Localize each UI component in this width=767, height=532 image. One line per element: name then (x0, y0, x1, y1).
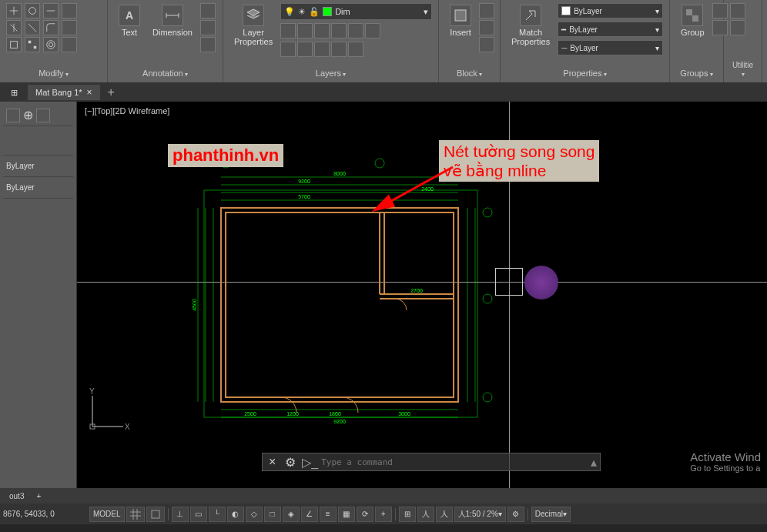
measure-icon[interactable] (730, 3, 745, 18)
panel-properties: Match Properties ByLayer▾ ━ByLayer▾ ─ByL… (501, 0, 670, 82)
new-tab-button[interactable]: + (102, 85, 121, 99)
svg-text:1200: 1200 (286, 411, 299, 417)
transparency-toggle[interactable]: ▦ (338, 507, 355, 522)
layer-tool-10[interactable] (331, 42, 347, 57)
infer-constraints-toggle[interactable]: ⊥ (172, 507, 189, 522)
layer-tool-5[interactable] (348, 23, 363, 38)
svg-text:8000: 8000 (333, 171, 346, 176)
ortho-toggle[interactable]: └ (209, 507, 226, 522)
chamfer-icon[interactable] (62, 20, 77, 35)
units-display[interactable]: Decimal ▾ (531, 507, 571, 522)
workspace-switching[interactable]: ⚙ (507, 507, 524, 522)
cmdline-close-icon[interactable]: × (266, 455, 279, 469)
block-create-icon[interactable] (479, 3, 494, 18)
snap-toggle[interactable] (146, 507, 165, 522)
group-button[interactable]: Group (676, 3, 709, 38)
layer-tool-8[interactable] (297, 42, 313, 57)
dynamic-input-toggle[interactable]: ▭ (190, 507, 207, 522)
palette-icon-2[interactable] (36, 109, 50, 122)
explode-icon[interactable] (62, 3, 77, 18)
current-layer-dropdown[interactable]: 💡 ☀ 🔓 Dim ▾ (280, 3, 432, 20)
tab-close-icon[interactable]: × (87, 87, 92, 98)
block-edit-icon[interactable] (479, 20, 494, 35)
lineweight-dropdown[interactable]: ━ByLayer▾ (558, 22, 663, 37)
3dosnap-toggle[interactable]: ◈ (283, 507, 300, 522)
panel-layers-title[interactable]: Layers (229, 67, 432, 79)
autoscale-toggle[interactable]: 人 (436, 507, 453, 522)
text-button[interactable]: A Text (114, 3, 145, 38)
palette-bylayer-2[interactable]: ByLayer (6, 183, 35, 192)
fillet-icon[interactable] (43, 20, 59, 35)
model-viewport[interactable]: [−][Top][2D Wireframe] (77, 102, 767, 488)
coordinates[interactable]: 8676, 54033, 0 (3, 510, 88, 518)
command-input[interactable] (321, 457, 588, 467)
cmdline-customize-icon[interactable]: ⚙ (282, 455, 299, 470)
panel-properties-title[interactable]: Properties (507, 67, 663, 79)
panel-modify-title[interactable]: Modify (6, 67, 101, 79)
grid-toggle[interactable] (126, 507, 145, 522)
color-dropdown[interactable]: ByLayer▾ (558, 3, 663, 18)
palette-icon-1[interactable] (6, 109, 20, 122)
panel-groups-title[interactable]: Groups (676, 67, 717, 79)
stretch-icon[interactable] (43, 3, 59, 18)
layer-tool-1[interactable] (280, 23, 296, 38)
command-line[interactable]: × ⚙ ▷_ ▴ (262, 453, 601, 471)
offset-icon[interactable] (43, 37, 59, 52)
otrack-toggle[interactable]: ∠ (301, 507, 318, 522)
rotate-icon[interactable] (25, 3, 40, 18)
layer-tool-11[interactable] (348, 42, 363, 57)
panel-utilities-title[interactable]: Utilitie (730, 59, 755, 79)
osnap-toggle[interactable]: □ (264, 507, 281, 522)
viewport-label[interactable]: [−][Top][2D Wireframe] (85, 106, 169, 115)
mirror-icon[interactable] (6, 20, 22, 35)
model-button[interactable]: MODEL (89, 507, 125, 522)
layout-tab-3[interactable]: out3 (3, 490, 30, 502)
layer-tool-6[interactable] (365, 23, 380, 38)
panel-block-title[interactable]: Block (445, 67, 494, 79)
dimension-button[interactable]: Dimension (148, 3, 197, 38)
array-icon[interactable] (25, 37, 40, 52)
insert-button[interactable]: Insert (445, 3, 476, 38)
annotation-visibility-toggle[interactable]: 人 (417, 507, 434, 522)
linetype-dropdown[interactable]: ─ByLayer▾ (558, 40, 663, 55)
annotation-scale[interactable]: 人 1:50 / 2% ▾ (454, 507, 506, 522)
drawing-tab[interactable]: Mat Bang 1* × (28, 85, 100, 100)
layer-tool-3[interactable] (314, 23, 330, 38)
scale-icon[interactable] (6, 37, 22, 52)
hatch-icon[interactable] (200, 37, 216, 52)
lock-icon: 🔓 (309, 7, 320, 17)
quick-properties-toggle[interactable]: ⊞ (399, 507, 416, 522)
modify-icon-1[interactable] (6, 3, 22, 18)
table-icon[interactable] (200, 20, 216, 35)
palette-bylayer-1[interactable]: ByLayer (6, 162, 35, 170)
start-tab[interactable]: ⊞ (3, 85, 26, 100)
svg-text:X: X (125, 423, 130, 431)
leader-icon[interactable] (200, 3, 216, 18)
panel-groups: Group Groups (670, 0, 724, 82)
layer-properties-button[interactable]: Layer Properties (229, 3, 277, 48)
polar-toggle[interactable]: ◐ (227, 507, 244, 522)
svg-text:4500: 4500 (192, 299, 197, 311)
svg-point-5 (47, 41, 55, 49)
svg-rect-9 (692, 15, 698, 22)
trim-icon[interactable] (25, 20, 40, 35)
block-attr-icon[interactable] (479, 37, 494, 52)
svg-text:2700: 2700 (410, 288, 423, 293)
ucs-icon[interactable]: X Y (85, 388, 131, 434)
layer-tool-7[interactable] (280, 42, 296, 57)
utility-icon[interactable] (730, 20, 745, 35)
selection-cycling-toggle[interactable]: ⟳ (357, 507, 373, 522)
lineweight-toggle[interactable]: ≡ (320, 507, 337, 522)
break-icon[interactable] (62, 37, 77, 52)
layer-tool-2[interactable] (297, 23, 313, 38)
layout-tab-plus[interactable]: + (30, 490, 47, 502)
svg-rect-3 (34, 46, 37, 49)
isodraft-toggle[interactable]: ◇ (246, 507, 263, 522)
panel-annotation-title[interactable]: Annotation (114, 67, 216, 79)
sun-icon: ☀ (298, 7, 306, 17)
svg-line-46 (376, 167, 453, 209)
match-properties-button[interactable]: Match Properties (507, 3, 554, 48)
layer-tool-9[interactable] (314, 42, 330, 57)
layer-tool-4[interactable] (331, 23, 347, 38)
annotation-monitor-toggle[interactable]: + (375, 507, 392, 522)
